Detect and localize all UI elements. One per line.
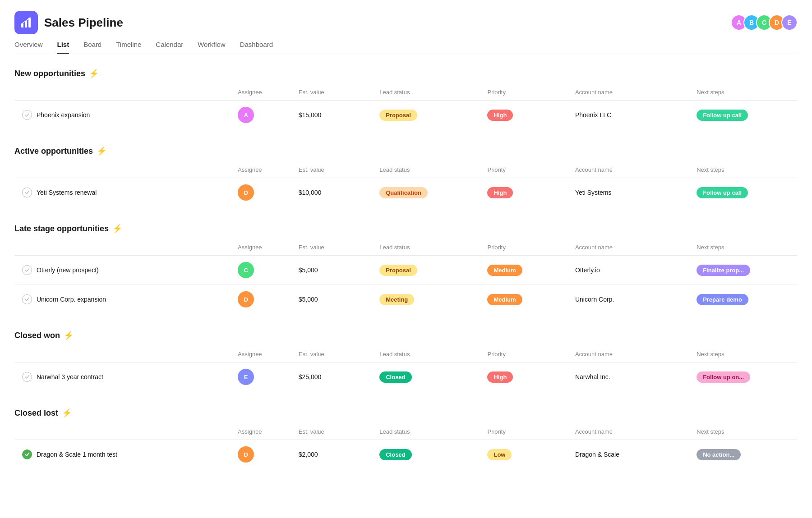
row-name: Yeti Systems renewal bbox=[37, 189, 97, 196]
row-assignee: A bbox=[231, 101, 291, 130]
table-row[interactable]: Unicorn Corp. expansion D $5,000 Meeting… bbox=[15, 285, 798, 314]
row-assignee: E bbox=[231, 362, 291, 392]
priority-badge: Low bbox=[487, 449, 512, 460]
table-row[interactable]: Yeti Systems renewal D $10,000 Qualifica… bbox=[15, 178, 798, 207]
row-next-step: Prepare demo bbox=[689, 285, 797, 314]
tab-workflow[interactable]: Workflow bbox=[198, 41, 225, 54]
col-header-value: Est. value bbox=[291, 346, 372, 362]
table-row[interactable]: Otterly (new prospect) C $5,000 Proposal… bbox=[15, 256, 798, 285]
row-priority: High bbox=[480, 101, 567, 130]
row-assignee: D bbox=[231, 285, 291, 314]
col-header-priority: Priority bbox=[480, 84, 567, 101]
row-next-step: Follow up call bbox=[689, 178, 797, 207]
lightning-icon: ⚡ bbox=[62, 408, 72, 418]
col-header-nextsteps: Next steps bbox=[689, 346, 797, 362]
section-header: Active opportunities ⚡ bbox=[14, 146, 798, 156]
tab-board[interactable]: Board bbox=[83, 41, 102, 54]
lead-status-badge: Proposal bbox=[379, 265, 417, 276]
row-account: Dragon & Scale bbox=[568, 440, 689, 469]
row-name-cell: Phoenix expansion bbox=[15, 101, 231, 130]
row-assignee: D bbox=[231, 178, 291, 207]
row-next-step: Follow up on... bbox=[689, 362, 797, 392]
col-header-priority: Priority bbox=[480, 239, 567, 256]
col-header-assignee: Assignee bbox=[231, 84, 291, 101]
col-header-value: Est. value bbox=[291, 239, 372, 256]
section-title: Closed won bbox=[14, 331, 60, 340]
row-name: Dragon & Scale 1 month test bbox=[37, 451, 117, 458]
assignee-avatar: D bbox=[238, 184, 254, 201]
col-header-account: Account name bbox=[568, 424, 689, 440]
check-icon bbox=[22, 449, 32, 459]
section-title: Late stage opportunities bbox=[14, 224, 109, 234]
row-lead-status: Proposal bbox=[372, 256, 480, 285]
check-icon bbox=[22, 265, 32, 275]
col-header-priority: Priority bbox=[480, 346, 567, 362]
col-header-nextsteps: Next steps bbox=[689, 239, 797, 256]
priority-badge: High bbox=[487, 187, 513, 198]
lightning-icon: ⚡ bbox=[112, 224, 122, 234]
row-lead-status: Closed bbox=[372, 362, 480, 392]
row-name-cell: Dragon & Scale 1 month test bbox=[15, 440, 231, 469]
lead-status-badge: Closed bbox=[379, 371, 411, 383]
col-header-value: Est. value bbox=[291, 162, 372, 178]
col-header-nextsteps: Next steps bbox=[689, 162, 797, 178]
next-step-badge[interactable]: Follow up call bbox=[697, 110, 748, 121]
next-step-badge[interactable]: Follow up call bbox=[697, 187, 748, 198]
tab-overview[interactable]: Overview bbox=[14, 41, 43, 54]
section-new-opportunities: New opportunities ⚡ Assignee Est. value … bbox=[14, 69, 798, 130]
row-lead-status: Qualification bbox=[372, 178, 480, 207]
row-name: Unicorn Corp. expansion bbox=[37, 296, 106, 303]
col-header-priority: Priority bbox=[480, 162, 567, 178]
tab-list[interactable]: List bbox=[57, 41, 69, 54]
next-step-badge[interactable]: Follow up on... bbox=[697, 371, 750, 383]
tab-timeline[interactable]: Timeline bbox=[116, 41, 141, 54]
col-header-account: Account name bbox=[568, 84, 689, 101]
row-account: Otterly.io bbox=[568, 256, 689, 285]
row-name: Phoenix expansion bbox=[37, 111, 90, 119]
check-icon bbox=[22, 294, 32, 304]
col-header-status: Lead status bbox=[372, 239, 480, 256]
app-title-section: Sales Pipeline bbox=[14, 11, 123, 34]
section-closed-won: Closed won ⚡ Assignee Est. value Lead st… bbox=[14, 330, 798, 392]
row-priority: High bbox=[480, 178, 567, 207]
tab-dashboard[interactable]: Dashboard bbox=[240, 41, 273, 54]
check-icon bbox=[22, 188, 32, 197]
next-step-badge[interactable]: No action... bbox=[697, 449, 741, 460]
row-value: $15,000 bbox=[291, 101, 372, 130]
assignee-avatar: E bbox=[238, 369, 254, 385]
pipeline-table: Assignee Est. value Lead status Priority… bbox=[14, 161, 798, 207]
app-header: Sales Pipeline A B C D E bbox=[14, 11, 798, 34]
pipeline-table: Assignee Est. value Lead status Priority… bbox=[14, 239, 798, 314]
row-assignee: C bbox=[231, 256, 291, 285]
row-value: $5,000 bbox=[291, 285, 372, 314]
avatar-group: A B C D E bbox=[731, 14, 798, 31]
col-header-assignee: Assignee bbox=[231, 424, 291, 440]
section-header: Closed won ⚡ bbox=[14, 330, 798, 340]
row-lead-status: Closed bbox=[372, 440, 480, 469]
next-step-badge[interactable]: Finalize prop... bbox=[697, 265, 750, 276]
pipeline-table: Assignee Est. value Lead status Priority… bbox=[14, 346, 798, 392]
assignee-avatar: D bbox=[238, 291, 254, 307]
row-next-step: No action... bbox=[689, 440, 797, 469]
section-late-stage-opportunities: Late stage opportunities ⚡ Assignee Est.… bbox=[14, 224, 798, 314]
table-row[interactable]: Narwhal 3 year contract E $25,000 Closed… bbox=[15, 362, 798, 392]
row-account: Unicorn Corp. bbox=[568, 285, 689, 314]
priority-badge: High bbox=[487, 371, 513, 383]
next-step-badge[interactable]: Prepare demo bbox=[697, 294, 748, 305]
col-header-assignee: Assignee bbox=[231, 239, 291, 256]
section-title: Closed lost bbox=[14, 408, 58, 418]
col-header-nextsteps: Next steps bbox=[689, 84, 797, 101]
row-value: $5,000 bbox=[291, 256, 372, 285]
sections-container: New opportunities ⚡ Assignee Est. value … bbox=[14, 69, 798, 469]
row-priority: Medium bbox=[480, 256, 567, 285]
row-name-cell: Narwhal 3 year contract bbox=[15, 362, 231, 392]
tab-calendar[interactable]: Calendar bbox=[156, 41, 183, 54]
priority-badge: High bbox=[487, 110, 513, 121]
priority-badge: Medium bbox=[487, 294, 522, 305]
row-priority: High bbox=[480, 362, 567, 392]
row-name-cell: Unicorn Corp. expansion bbox=[15, 285, 231, 314]
col-header-account: Account name bbox=[568, 162, 689, 178]
table-row[interactable]: Phoenix expansion A $15,000 Proposal Hig… bbox=[15, 101, 798, 130]
table-row[interactable]: Dragon & Scale 1 month test D $2,000 Clo… bbox=[15, 440, 798, 469]
priority-badge: Medium bbox=[487, 265, 522, 276]
